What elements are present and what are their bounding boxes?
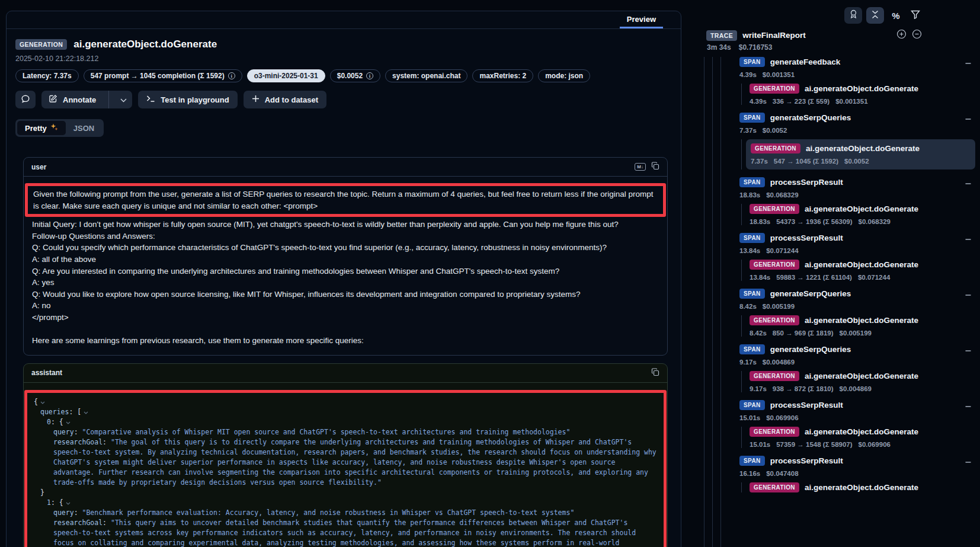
add-to-dataset-button[interactable]: Add to dataset	[244, 91, 326, 108]
trace-generation-row[interactable]: GENERATIONai.generateObject.doGenerate4.…	[750, 84, 980, 105]
metadata-pill-label: 547 prompt → 1045 completion (Σ 1592)	[91, 72, 225, 80]
trace-generation-row[interactable]: GENERATIONai.generateObject.doGenerate8.…	[750, 315, 980, 337]
span-name: processSerpResult	[770, 456, 843, 465]
generation-tokens: 57359 → 1548 (Σ 58907)	[776, 441, 852, 448]
generation-duration: 9.17s	[750, 385, 767, 392]
trace-span-row[interactable]: SPANprocessSerpResult	[739, 400, 980, 410]
generation-child-wrap: GENERATIONai.generateObject.doGenerate15…	[741, 427, 980, 448]
trace-generation-row[interactable]: GENERATIONai.generateObject.doGenerate7.…	[746, 139, 975, 169]
generation-type-badge: GENERATION	[751, 143, 800, 153]
test-in-playground-button[interactable]: Test in playground	[138, 91, 237, 108]
tree-indent-guide	[712, 57, 713, 547]
annotation-queue-button[interactable]	[844, 7, 862, 24]
trace-tree-sidebar: % TRACE writeFinalReport	[702, 0, 980, 547]
trace-span-row[interactable]: SPANgenerateSerpQueries	[739, 289, 980, 299]
json-line: researchGoal: "The goal of this query is…	[34, 437, 657, 488]
span-name: processSerpResult	[770, 178, 843, 187]
collapse-span-icon[interactable]	[965, 290, 972, 301]
metadata-pill[interactable]: maxRetries: 2	[472, 69, 533, 82]
trace-generation-row[interactable]: GENERATIONai.generateObject.doGenerate15…	[750, 427, 980, 448]
sparkles-icon	[50, 123, 58, 133]
copy-icon[interactable]	[651, 368, 659, 378]
user-prompt-instruction: Given the following prompt from the user…	[33, 188, 658, 212]
trace-generation-row[interactable]: GENERATIONai.generateObject.doGenerate	[750, 482, 980, 492]
toggle-pretty[interactable]: Pretty	[17, 121, 66, 135]
user-role-label: user	[31, 163, 46, 171]
trace-root-row[interactable]: TRACE writeFinalReport	[706, 29, 922, 41]
tab-preview[interactable]: Preview	[620, 11, 663, 28]
user-message-line: Follow-up Questions and Answers:	[32, 231, 659, 242]
show-metrics-button[interactable]: %	[888, 7, 904, 24]
trace-span-row[interactable]: SPANprocessSerpResult	[739, 177, 980, 187]
trace-span-row[interactable]: SPANprocessSerpResult	[739, 456, 980, 466]
trace-generation-row[interactable]: GENERATIONai.generateObject.doGenerate9.…	[750, 371, 980, 392]
trace-span-row[interactable]: SPANgenerateSerpQueries	[739, 113, 980, 123]
collapse-span-icon[interactable]	[965, 179, 972, 190]
trace-span-row[interactable]: SPANprocessSerpResult	[739, 233, 980, 243]
generation-cost: $0.068329	[859, 218, 891, 225]
filter-button[interactable]	[908, 7, 923, 24]
card-tab-bar: Preview	[7, 11, 681, 29]
json-line: }	[34, 488, 657, 498]
view-format-toggle: Pretty JSON	[15, 119, 104, 137]
metadata-pill[interactable]: o3-mini-2025-01-31	[247, 69, 325, 82]
info-icon: i	[228, 72, 235, 79]
markdown-toggle-icon[interactable]: M↓	[635, 163, 646, 171]
metadata-pill[interactable]: mode: json	[538, 69, 590, 82]
collapse-span-icon[interactable]	[965, 235, 972, 245]
metadata-pill[interactable]: 547 prompt → 1045 completion (Σ 1592)i	[84, 69, 242, 82]
span-name: generateSerpQueries	[770, 289, 851, 298]
collapse-vertical-icon	[871, 10, 879, 21]
tree-indent-guide	[720, 57, 721, 547]
json-line: 0: {	[34, 417, 657, 427]
generation-cost: $0.005199	[840, 330, 872, 337]
generation-type-badge: GENERATION	[750, 371, 799, 381]
metadata-pill[interactable]: system: openai.chat	[385, 69, 467, 82]
trace-generation-row[interactable]: GENERATIONai.generateObject.doGenerate13…	[750, 260, 980, 281]
actions-toolbar: Annotate Test in playgrou	[15, 91, 668, 108]
generation-name: ai.generateObject.doGenerate	[805, 316, 918, 325]
zoom-out-icon[interactable]	[912, 29, 922, 41]
generation-metrics: 7.37s547 → 1045 (Σ 1592)$0.0052	[751, 158, 971, 165]
zoom-in-icon[interactable]	[896, 29, 907, 41]
span-metrics: 13.84s$0.071244	[739, 247, 980, 254]
trace-span-tree: SPANgenerateFeedback4.39s$0.001351GENERA…	[725, 57, 980, 547]
copy-icon[interactable]	[651, 162, 659, 172]
metadata-pill[interactable]: Latency: 7.37s	[15, 69, 79, 82]
collapse-span-icon[interactable]	[965, 59, 972, 69]
user-message-line	[32, 324, 659, 335]
generation-name-row: GENERATIONai.generateObject.doGenerate	[750, 84, 980, 94]
comment-button[interactable]	[15, 91, 36, 108]
generation-metrics: 13.84s59883 → 1221 (Σ 61104)$0.071244	[750, 274, 980, 281]
collapse-span-icon[interactable]	[965, 346, 972, 357]
trace-span-row[interactable]: SPANgenerateSerpQueries	[739, 344, 980, 354]
toggle-json[interactable]: JSON	[66, 121, 102, 135]
collapse-all-button[interactable]	[866, 7, 884, 24]
span-type-badge: SPAN	[739, 456, 765, 466]
collapse-span-icon[interactable]	[965, 402, 972, 412]
generation-name-row: GENERATIONai.generateObject.doGenerate	[750, 427, 980, 437]
user-message-line: A: all of the above	[32, 254, 659, 265]
trace-generation-row[interactable]: GENERATIONai.generateObject.doGenerate18…	[750, 204, 980, 225]
collapse-span-icon[interactable]	[965, 458, 972, 468]
metadata-pill[interactable]: $0.0052i	[330, 69, 380, 82]
generation-type-badge: GENERATION	[750, 315, 799, 325]
span-cost: $0.047408	[766, 470, 798, 477]
collapse-span-icon[interactable]	[965, 114, 972, 125]
annotate-dropdown-button[interactable]	[114, 91, 132, 108]
generation-duration: 15.01s	[750, 441, 770, 448]
span-metrics: 7.37s$0.0052	[739, 127, 980, 134]
user-message-line: A: yes	[32, 277, 659, 289]
generation-tokens: 336 → 223 (Σ 559)	[773, 98, 830, 105]
metadata-pills-row: Latency: 7.37s547 prompt → 1045 completi…	[15, 69, 668, 82]
span-type-badge: SPAN	[739, 344, 765, 354]
trace-span-row[interactable]: SPANgenerateFeedback	[739, 57, 980, 67]
metadata-pill-label: $0.0052	[337, 72, 363, 80]
generation-metrics: 15.01s57359 → 1548 (Σ 58907)$0.069906	[750, 441, 980, 448]
span-duration: 4.39s	[739, 71, 757, 78]
annotation-highlight-box: Given the following prompt from the user…	[25, 183, 666, 217]
span-name: generateFeedback	[770, 57, 841, 66]
trace-span-group: SPANprocessSerpResult16.16s$0.047408GENE…	[739, 456, 980, 492]
annotate-button[interactable]: Annotate	[41, 91, 103, 108]
metadata-pill-label: Latency: 7.37s	[23, 72, 72, 80]
